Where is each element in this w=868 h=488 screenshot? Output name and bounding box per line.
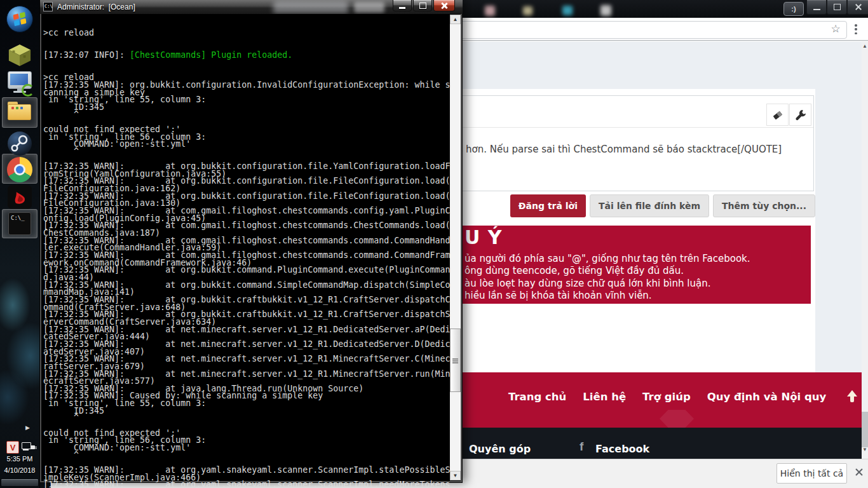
network-base	[23, 449, 29, 451]
steam-icon	[7, 131, 32, 156]
tray-expand-icon[interactable]: ▶	[25, 424, 30, 431]
taskbar-item-cmd[interactable]: C:\_	[8, 212, 31, 235]
clock-time[interactable]: 5:35 PM	[0, 455, 39, 463]
console-scrollbar-thumb[interactable]	[450, 329, 461, 392]
console-maximize-button[interactable]	[413, 0, 432, 11]
start-button[interactable]	[6, 5, 34, 36]
console-scroll-up-icon[interactable]: ▲	[450, 15, 461, 24]
taskbar-item-minecraft[interactable]	[8, 43, 32, 70]
screen-icon	[10, 74, 28, 85]
desktop: :) ☆ hơn. Nếu parse sai thì ChestCommand…	[0, 0, 868, 488]
console-output: >cc reload [17:32:07 INFO]: [ChestComman…	[43, 15, 451, 488]
taskbar-item-garena[interactable]	[8, 185, 32, 209]
taskbar-item-steam[interactable]	[7, 131, 32, 159]
maximize-icon	[419, 3, 426, 9]
garena-flame-icon	[11, 188, 29, 206]
info-highlight: [ChestCommands] Plugin reloaded.	[130, 50, 292, 60]
network-tray-icon[interactable]	[22, 442, 37, 452]
windows-orb-icon	[6, 5, 34, 33]
unikey-tray-icon[interactable]: V	[6, 441, 19, 454]
glass-reflection	[354, 2, 384, 13]
folder-item-dot	[11, 107, 14, 109]
show-desktop-button[interactable]	[1, 478, 39, 487]
minimize-icon	[399, 7, 405, 9]
refresh-arrows-icon	[22, 84, 34, 97]
taskbar: C:\_ ▶ V 5:35 PM 4/10/2018	[0, 0, 40, 488]
clock-date[interactable]: 4/10/2018	[0, 466, 39, 474]
console-close-button[interactable]	[433, 0, 455, 11]
taskbar-item-remote-desktop[interactable]	[6, 70, 33, 97]
console-scrollbar[interactable]	[450, 15, 461, 480]
cmd-window-icon: C:\	[43, 2, 53, 11]
folder-item-dot	[16, 107, 18, 109]
network-screen	[22, 442, 31, 449]
network-plug	[31, 445, 35, 449]
minecraft-block-icon	[8, 43, 32, 67]
console-minimize-button[interactable]	[393, 0, 412, 11]
scrollbar-grip	[452, 358, 458, 360]
taskbar-item-explorer[interactable]	[8, 102, 32, 122]
taskbar-item-chrome[interactable]	[7, 157, 32, 182]
console-title: Administrator: [Ocean]	[57, 3, 135, 11]
console-window: C:\ Administrator: [Ocean] >cc reload [1…	[0, 0, 868, 488]
close-icon	[440, 2, 448, 10]
network-prong	[35, 447, 37, 447]
folder-item-dot	[20, 107, 23, 109]
glass-reflection	[273, 1, 348, 13]
console-scroll-down-icon[interactable]: ▼	[450, 471, 461, 480]
